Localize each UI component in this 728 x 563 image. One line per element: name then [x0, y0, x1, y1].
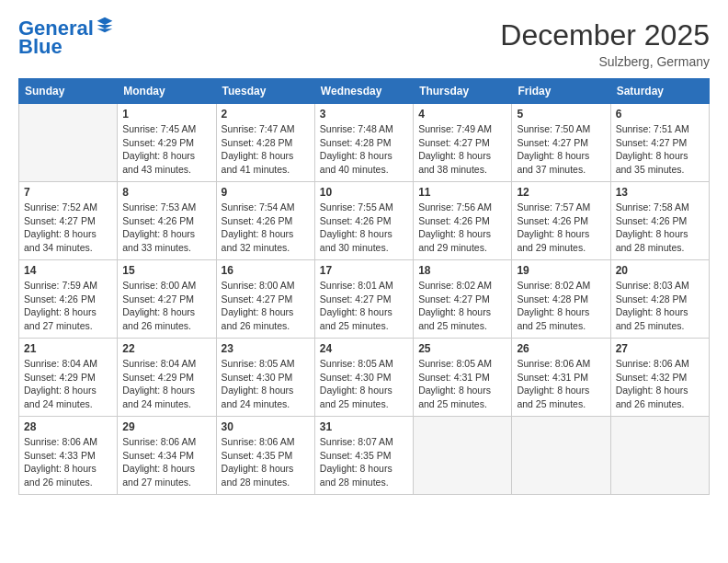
daylight-9: Daylight: 8 hours and 32 minutes. [222, 228, 294, 253]
sunrise-25: Sunrise: 8:05 AM [418, 358, 492, 369]
sunset-6: Sunset: 4:27 PM [616, 137, 688, 148]
sunset-8: Sunset: 4:26 PM [122, 215, 194, 226]
daylight-31: Daylight: 8 hours and 28 minutes. [320, 463, 392, 488]
sunset-31: Sunset: 4:35 PM [320, 450, 392, 461]
day-16: 16 Sunrise: 8:00 AM Sunset: 4:27 PM Dayl… [216, 260, 314, 339]
header-wednesday: Wednesday [314, 79, 413, 104]
sunrise-6: Sunrise: 7:51 AM [616, 123, 689, 134]
sunrise-16: Sunrise: 8:00 AM [222, 280, 295, 291]
day-27: 27 Sunrise: 8:06 AM Sunset: 4:32 PM Dayl… [610, 339, 709, 417]
sunrise-14: Sunrise: 7:59 AM [24, 280, 97, 291]
daylight-19: Daylight: 8 hours and 25 minutes. [517, 306, 589, 331]
daylight-25: Daylight: 8 hours and 25 minutes. [418, 385, 491, 409]
sunset-26: Sunset: 4:31 PM [517, 372, 588, 383]
day-9: 9 Sunrise: 7:54 AM Sunset: 4:26 PM Dayli… [216, 182, 314, 260]
daylight-8: Daylight: 8 hours and 33 minutes. [122, 228, 195, 253]
sunrise-9: Sunrise: 7:54 AM [222, 201, 295, 213]
daylight-7: Daylight: 8 hours and 34 minutes. [24, 228, 97, 253]
empty-cell [19, 104, 118, 182]
day-24: 24 Sunrise: 8:05 AM Sunset: 4:30 PM Dayl… [314, 339, 413, 417]
empty-cell-5c [610, 417, 709, 495]
sunrise-18: Sunrise: 8:02 AM [418, 280, 492, 291]
week-row-4: 21 Sunrise: 8:04 AM Sunset: 4:29 PM Dayl… [19, 339, 710, 417]
empty-cell-5a [414, 417, 512, 495]
sunrise-29: Sunrise: 8:06 AM [122, 436, 196, 447]
daylight-14: Daylight: 8 hours and 27 minutes. [24, 306, 97, 331]
day-31: 31 Sunrise: 8:07 AM Sunset: 4:35 PM Dayl… [314, 417, 413, 495]
sunset-19: Sunset: 4:28 PM [517, 293, 588, 304]
day-28: 28 Sunrise: 8:06 AM Sunset: 4:33 PM Dayl… [19, 417, 118, 495]
day-29: 29 Sunrise: 8:06 AM Sunset: 4:34 PM Dayl… [118, 417, 216, 495]
sunset-22: Sunset: 4:29 PM [122, 372, 194, 383]
daylight-20: Daylight: 8 hours and 25 minutes. [616, 306, 688, 331]
daylight-27: Daylight: 8 hours and 26 minutes. [616, 385, 688, 409]
sunset-12: Sunset: 4:26 PM [517, 215, 588, 226]
day-6: 6 Sunrise: 7:51 AM Sunset: 4:27 PM Dayli… [610, 104, 709, 182]
day-13: 13 Sunrise: 7:58 AM Sunset: 4:26 PM Dayl… [610, 182, 709, 260]
sunrise-26: Sunrise: 8:06 AM [517, 358, 590, 369]
sunrise-22: Sunrise: 8:04 AM [122, 358, 196, 369]
week-row-2: 7 Sunrise: 7:52 AM Sunset: 4:27 PM Dayli… [19, 182, 710, 260]
daylight-28: Daylight: 8 hours and 26 minutes. [24, 463, 97, 488]
sunset-17: Sunset: 4:27 PM [320, 293, 392, 304]
day-21: 21 Sunrise: 8:04 AM Sunset: 4:29 PM Dayl… [19, 339, 118, 417]
header-tuesday: Tuesday [216, 79, 314, 104]
sunrise-21: Sunrise: 8:04 AM [24, 358, 97, 369]
daylight-5: Daylight: 8 hours and 37 minutes. [517, 150, 589, 175]
sunset-29: Sunset: 4:34 PM [122, 450, 194, 461]
day-8: 8 Sunrise: 7:53 AM Sunset: 4:26 PM Dayli… [118, 182, 216, 260]
day-7: 7 Sunrise: 7:52 AM Sunset: 4:27 PM Dayli… [19, 182, 118, 260]
daylight-23: Daylight: 8 hours and 24 minutes. [222, 385, 294, 409]
title-block: December 2025 Sulzberg, Germany [500, 18, 710, 69]
sunset-28: Sunset: 4:33 PM [24, 450, 96, 461]
daylight-22: Daylight: 8 hours and 24 minutes. [122, 385, 195, 409]
daylight-13: Daylight: 8 hours and 28 minutes. [616, 228, 688, 253]
header-thursday: Thursday [414, 79, 512, 104]
day-15: 15 Sunrise: 8:00 AM Sunset: 4:27 PM Dayl… [118, 260, 216, 339]
sunrise-1: Sunrise: 7:45 AM [122, 123, 196, 134]
week-row-3: 14 Sunrise: 7:59 AM Sunset: 4:26 PM Dayl… [19, 260, 710, 339]
daylight-4: Daylight: 8 hours and 38 minutes. [418, 150, 491, 175]
header-monday: Monday [118, 79, 216, 104]
sunset-23: Sunset: 4:30 PM [222, 372, 293, 383]
sunrise-30: Sunrise: 8:06 AM [222, 436, 295, 447]
daylight-12: Daylight: 8 hours and 29 minutes. [517, 228, 589, 253]
sunrise-12: Sunrise: 7:57 AM [517, 201, 590, 213]
sunset-21: Sunset: 4:29 PM [24, 372, 96, 383]
daylight-24: Daylight: 8 hours and 25 minutes. [320, 385, 392, 409]
week-row-1: 1 Sunrise: 7:45 AM Sunset: 4:29 PM Dayli… [19, 104, 710, 182]
day-1: 1 Sunrise: 7:45 AM Sunset: 4:29 PM Dayli… [118, 104, 216, 182]
daylight-29: Daylight: 8 hours and 27 minutes. [122, 463, 195, 488]
sunset-2: Sunset: 4:28 PM [222, 137, 293, 148]
sunset-9: Sunset: 4:26 PM [222, 215, 293, 226]
sunrise-15: Sunrise: 8:00 AM [122, 280, 196, 291]
day-3: 3 Sunrise: 7:48 AM Sunset: 4:28 PM Dayli… [314, 104, 413, 182]
day-11: 11 Sunrise: 7:56 AM Sunset: 4:26 PM Dayl… [414, 182, 512, 260]
sunset-16: Sunset: 4:27 PM [222, 293, 293, 304]
daylight-6: Daylight: 8 hours and 35 minutes. [616, 150, 688, 175]
sunrise-11: Sunrise: 7:56 AM [418, 201, 492, 213]
sunset-15: Sunset: 4:27 PM [122, 293, 194, 304]
sunrise-24: Sunrise: 8:05 AM [320, 358, 393, 369]
sunset-14: Sunset: 4:26 PM [24, 293, 96, 304]
day-14: 14 Sunrise: 7:59 AM Sunset: 4:26 PM Dayl… [19, 260, 118, 339]
sunrise-23: Sunrise: 8:05 AM [222, 358, 295, 369]
sunset-10: Sunset: 4:26 PM [320, 215, 392, 226]
sunset-13: Sunset: 4:26 PM [616, 215, 688, 226]
day-23: 23 Sunrise: 8:05 AM Sunset: 4:30 PM Dayl… [216, 339, 314, 417]
daylight-10: Daylight: 8 hours and 30 minutes. [320, 228, 392, 253]
sunset-11: Sunset: 4:26 PM [418, 215, 490, 226]
page-header: General Blue December 2025 Sulzberg, Ger… [18, 18, 710, 69]
logo-icon [96, 16, 114, 34]
daylight-1: Daylight: 8 hours and 43 minutes. [122, 150, 195, 175]
sunrise-7: Sunrise: 7:52 AM [24, 201, 97, 213]
sunrise-28: Sunrise: 8:06 AM [24, 436, 97, 447]
sunrise-13: Sunrise: 7:58 AM [616, 201, 689, 213]
location: Sulzberg, Germany [500, 54, 710, 69]
day-26: 26 Sunrise: 8:06 AM Sunset: 4:31 PM Dayl… [512, 339, 610, 417]
day-10: 10 Sunrise: 7:55 AM Sunset: 4:26 PM Dayl… [314, 182, 413, 260]
daylight-17: Daylight: 8 hours and 25 minutes. [320, 306, 392, 331]
empty-cell-5b [512, 417, 610, 495]
sunset-30: Sunset: 4:35 PM [222, 450, 293, 461]
sunset-4: Sunset: 4:27 PM [418, 137, 490, 148]
